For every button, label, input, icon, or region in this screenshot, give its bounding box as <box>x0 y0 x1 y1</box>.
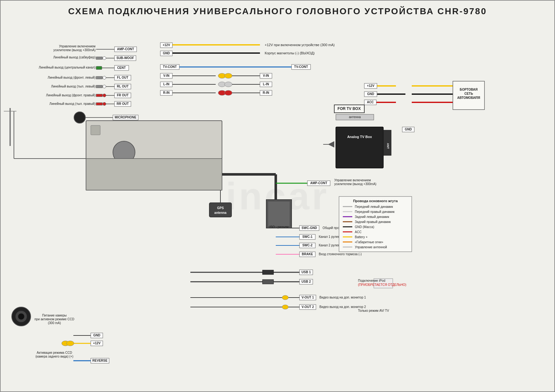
svg-rect-151 <box>262 280 274 284</box>
svg-point-30 <box>103 94 106 97</box>
svg-text:Передний левый динамик: Передний левый динамик <box>355 205 393 208</box>
svg-rect-108 <box>336 127 383 168</box>
svg-text:Задний правый динамик: Задний правый динамик <box>355 220 391 224</box>
main-container: СХЕМА ПОДКЛЮЧЕНИЯ УНИВЕРСАЛЬНОГО ГОЛОВНО… <box>0 0 555 392</box>
svg-text:Вход стояночного тормоза (-): Вход стояночного тормоза (-) <box>319 252 362 256</box>
svg-text:SWC-2: SWC-2 <box>302 244 313 247</box>
svg-text:Управление включением: Управление включением <box>334 178 371 182</box>
svg-point-82 <box>74 112 85 123</box>
svg-text:GND (Масса): GND (Масса) <box>355 225 374 229</box>
svg-text:Analog TV Box: Analog TV Box <box>347 135 372 139</box>
svg-text:+12V при включенном устройстве: +12V при включенном устройстве (300 mA) <box>265 43 335 47</box>
svg-text:TV-CONT: TV-CONT <box>294 65 308 69</box>
svg-text:Battery +: Battery + <box>355 235 367 239</box>
svg-text:L-IN: L-IN <box>263 82 269 86</box>
svg-point-7 <box>103 57 106 60</box>
svg-text:антенна: антенна <box>349 115 361 119</box>
svg-point-66 <box>225 82 232 87</box>
svg-text:AMP-CONT: AMP-CONT <box>310 181 327 185</box>
svg-text:Линейный выход (центральный ка: Линейный выход (центральный канал) <box>39 66 96 69</box>
svg-text:SUB-WOOF: SUB-WOOF <box>116 56 134 60</box>
svg-rect-17 <box>96 76 102 79</box>
svg-text:Управление включением: Управление включением <box>59 45 96 48</box>
svg-text:БОРТОВАЯ: БОРТОВАЯ <box>460 88 478 91</box>
svg-rect-35 <box>96 103 102 105</box>
svg-text:+12V: +12V <box>163 43 170 47</box>
svg-text:V-OUT 1: V-OUT 1 <box>302 296 314 299</box>
svg-text:«Габаритные огни»: «Габаритные огни» <box>355 240 383 244</box>
svg-text:CENT: CENT <box>117 66 126 69</box>
svg-text:АВТОМОБИЛЯ: АВТОМОБИЛЯ <box>457 96 480 100</box>
svg-rect-12 <box>96 66 102 69</box>
svg-text:ANT: ANT <box>386 143 390 149</box>
svg-text:Корпус магнитолы (-) (ВЫХОД): Корпус магнитолы (-) (ВЫХОД) <box>265 51 315 55</box>
svg-text:R-IN: R-IN <box>163 91 170 94</box>
svg-text:GND: GND <box>405 128 412 131</box>
svg-text:Линейный выход (тыл. правый): Линейный выход (тыл. правый) <box>49 102 96 106</box>
svg-text:V-OUT 2: V-OUT 2 <box>302 305 314 309</box>
svg-text:RR OUT: RR OUT <box>117 102 129 106</box>
svg-text:Линейный выход (сабвуфер): Линейный выход (сабвуфер) <box>53 56 96 59</box>
svg-text:Задний левый динамик: Задний левый динамик <box>355 215 389 219</box>
svg-text:SWC-1: SWC-1 <box>302 235 313 238</box>
svg-text:GND: GND <box>93 334 100 337</box>
svg-text:SWC-GND: SWC-GND <box>302 226 317 230</box>
svg-point-158 <box>282 295 288 300</box>
svg-rect-122 <box>268 201 290 226</box>
svg-text:USB 2: USB 2 <box>301 280 311 283</box>
svg-text:AMP-CONT: AMP-CONT <box>117 47 134 51</box>
svg-text:V-IN: V-IN <box>163 74 169 77</box>
svg-text:R-IN: R-IN <box>263 91 269 94</box>
svg-rect-23 <box>96 85 102 88</box>
svg-text:+12V: +12V <box>367 84 374 87</box>
svg-point-58 <box>225 73 232 78</box>
svg-text:Подключение iPod: Подключение iPod <box>358 279 385 282</box>
svg-text:BRAKE: BRAKE <box>302 252 313 256</box>
svg-text:GPS: GPS <box>217 206 224 210</box>
svg-text:усилителем (выход +300mA): усилителем (выход +300mA) <box>334 182 376 186</box>
svg-rect-147 <box>262 270 274 274</box>
svg-text:Линейный выход (тыл. левый): Линейный выход (тыл. левый) <box>51 85 96 88</box>
svg-text:Линейный выход (фронт. левый): Линейный выход (фронт. левый) <box>48 76 96 79</box>
svg-text:V-IN: V-IN <box>263 74 269 77</box>
svg-text:Линейный выход (фронт. правый): Линейный выход (фронт. правый) <box>46 93 96 97</box>
svg-text:СЕТЬ: СЕТЬ <box>464 92 473 95</box>
svg-text:MICROPHONE: MICROPHONE <box>115 116 137 119</box>
svg-text:REVERSE: REVERSE <box>92 359 108 362</box>
svg-text:Управление антенной: Управление антенной <box>355 245 387 249</box>
svg-rect-206 <box>9 108 11 146</box>
diagram-svg: Управление включением усилителем (выход … <box>1 1 555 392</box>
svg-point-168 <box>18 313 24 320</box>
svg-rect-6 <box>96 57 102 59</box>
svg-text:при активном режиме CCD: при активном режиме CCD <box>34 317 74 321</box>
svg-text:GND: GND <box>163 51 170 55</box>
svg-text:FOR TV BOX: FOR TV BOX <box>337 106 361 111</box>
svg-point-179 <box>66 341 74 346</box>
svg-text:Передний правый динамик: Передний правый динамик <box>355 210 395 214</box>
svg-text:ACC: ACC <box>355 230 361 234</box>
svg-rect-79 <box>91 125 100 135</box>
svg-text:+12V: +12V <box>93 341 101 345</box>
svg-point-163 <box>282 305 288 309</box>
svg-point-18 <box>103 76 106 79</box>
svg-text:усилителем (выход +300mA): усилителем (выход +300mA) <box>53 48 96 52</box>
svg-text:Только режим AV/ TV: Только режим AV/ TV <box>358 309 389 312</box>
svg-text:Активация режима CCD: Активация режима CCD <box>37 351 72 354</box>
svg-text:(300 mA): (300 mA) <box>48 321 61 325</box>
svg-text:Видео выход на доп. монитор 1: Видео выход на доп. монитор 1 <box>319 296 366 299</box>
svg-text:FL OUT: FL OUT <box>117 76 128 79</box>
svg-point-36 <box>103 102 106 106</box>
svg-text:GND: GND <box>367 92 374 96</box>
svg-text:RL OUT: RL OUT <box>117 85 128 88</box>
svg-text:ACC: ACC <box>367 100 374 104</box>
svg-rect-100 <box>453 81 484 110</box>
svg-text:(камера заднего вида) (+): (камера заднего вида) (+) <box>35 355 73 358</box>
svg-rect-124 <box>209 203 231 217</box>
svg-text:Провода основного жгута: Провода основного жгута <box>353 199 398 203</box>
svg-text:USB 1: USB 1 <box>301 270 311 274</box>
svg-text:(ПРИОБРЕТАЕТСЯ ОТДЕЛЬНО): (ПРИОБРЕТАЕТСЯ ОТДЕЛЬНО) <box>358 283 406 286</box>
svg-text:FR OUT: FR OUT <box>117 93 128 97</box>
svg-rect-29 <box>96 94 102 97</box>
svg-text:TV-CONT: TV-CONT <box>163 65 177 69</box>
svg-text:Видео выход на доп. монитор 2: Видео выход на доп. монитор 2 <box>319 305 366 309</box>
